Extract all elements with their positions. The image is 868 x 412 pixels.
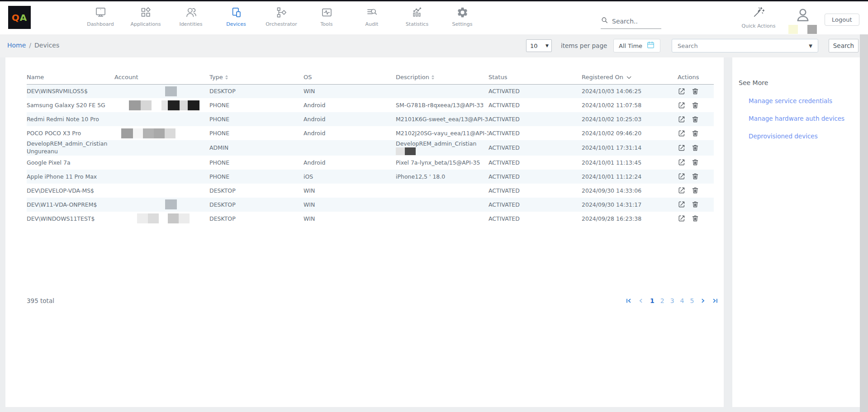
redacted-block <box>114 100 129 110</box>
page-number-1[interactable]: 1 <box>650 297 655 304</box>
scrollbar-track[interactable] <box>860 34 868 412</box>
time-filter-button[interactable]: All Time <box>613 39 660 52</box>
devices-table: NameAccountTypeOSDescriptionStatusRegist… <box>27 70 714 226</box>
nav-item-devices[interactable]: Devices <box>213 1 259 34</box>
delete-device-icon[interactable] <box>691 101 699 109</box>
redacted-block <box>137 213 148 223</box>
device-name: Redmi Redmi Note 10 Pro <box>27 112 114 126</box>
delete-device-icon[interactable] <box>691 144 699 152</box>
status-badge: ACTIVATED <box>489 84 582 98</box>
statistics-icon <box>411 6 423 19</box>
open-device-icon[interactable] <box>678 87 686 95</box>
table-row: Samsung Galaxy S20 FE 5GPHONEAndroidSM-G… <box>27 98 714 112</box>
device-type: DESKTOP <box>209 84 304 98</box>
device-description-text: Pixel 7a-lynx_beta/15@API-35 <box>396 159 489 166</box>
status-badge: ACTIVATED <box>489 156 582 170</box>
table-header: NameAccountTypeOSDescriptionStatusRegist… <box>27 70 714 84</box>
page-number-3[interactable]: 3 <box>670 297 674 304</box>
tools-icon <box>321 6 333 19</box>
items-per-page-select[interactable]: 10 ▼ <box>526 39 552 52</box>
page-number-5[interactable]: 5 <box>690 297 694 304</box>
nav-item-orchestrator[interactable]: Orchestrator <box>259 1 304 34</box>
open-device-icon[interactable] <box>678 172 686 180</box>
column-header-os: OS <box>304 70 396 84</box>
column-header-description[interactable]: Description <box>396 70 489 84</box>
row-actions <box>678 98 714 112</box>
see-more-link-3[interactable]: Deprovisioned devices <box>749 133 851 140</box>
next-page-icon[interactable] <box>700 298 706 304</box>
redacted-block <box>188 100 199 110</box>
see-more-panel: See More Manage service credentialsManag… <box>732 57 860 407</box>
logo-letter-q: Q <box>12 12 20 23</box>
status-badge: ACTIVATED <box>489 126 582 140</box>
search-filter-select[interactable]: Search ▼ <box>672 39 818 52</box>
column-header-registered-on[interactable]: Registered On <box>582 70 678 84</box>
user-avatar[interactable] <box>795 7 811 23</box>
page-number-2[interactable]: 2 <box>660 297 664 304</box>
registered-on: 2024/10/02 09:46:20 <box>582 126 678 140</box>
nav-item-applications[interactable]: Applications <box>123 1 168 34</box>
redacted-blocks <box>114 128 209 138</box>
table-row: DEV\W11-VDA-ONPREM$DESKTOPWINACTIVATED20… <box>27 198 714 212</box>
first-page-icon[interactable] <box>626 298 632 304</box>
logout-button[interactable]: Logout <box>825 14 859 26</box>
delete-device-icon[interactable] <box>691 186 699 194</box>
delete-device-icon[interactable] <box>691 115 699 123</box>
see-more-link-1[interactable]: Manage service credentials <box>749 97 851 104</box>
open-device-icon[interactable] <box>678 158 686 166</box>
device-os: iOS <box>304 170 396 184</box>
delete-device-icon[interactable] <box>691 172 699 180</box>
device-account <box>114 170 209 184</box>
delete-device-icon[interactable] <box>691 87 699 95</box>
nav-item-statistics[interactable]: Statistics <box>394 1 440 34</box>
search-button[interactable]: Search <box>829 39 859 52</box>
device-name-line2: Ungureanu <box>27 148 114 156</box>
nav-item-label: Statistics <box>406 21 428 27</box>
delete-device-icon[interactable] <box>691 129 699 137</box>
row-actions <box>678 170 714 184</box>
open-device-icon[interactable] <box>678 115 686 123</box>
device-type: DESKTOP <box>209 198 304 212</box>
redacted-block <box>148 213 159 223</box>
device-os: Android <box>304 126 396 140</box>
nav-item-audit[interactable]: Audit <box>349 1 394 34</box>
row-actions <box>678 112 714 126</box>
page-number-4[interactable]: 4 <box>680 297 684 304</box>
identities-icon <box>185 6 197 19</box>
previous-page-icon[interactable] <box>638 298 644 304</box>
column-header-type[interactable]: Type <box>209 70 304 84</box>
last-page-icon[interactable] <box>712 298 718 304</box>
nav-item-dashboard[interactable]: Dashboard <box>78 1 123 34</box>
quick-actions-button[interactable]: Quick Actions <box>740 6 777 29</box>
redacted-block <box>114 128 121 138</box>
redacted-block <box>143 128 154 138</box>
app-logo[interactable]: QA <box>8 6 31 29</box>
registered-on: 2024/09/28 16:23:38 <box>582 212 678 226</box>
open-device-icon[interactable] <box>678 214 686 223</box>
delete-device-icon[interactable] <box>691 200 699 208</box>
nav-item-tools[interactable]: Tools <box>304 1 349 34</box>
open-device-icon[interactable] <box>678 144 686 152</box>
redacted-block <box>114 86 165 96</box>
breadcrumb-home-link[interactable]: Home <box>7 42 26 49</box>
global-search-input[interactable] <box>612 18 657 25</box>
nav-item-identities[interactable]: Identities <box>168 1 213 34</box>
redacted-blocks <box>114 100 209 110</box>
device-account <box>114 184 209 198</box>
delete-device-icon[interactable] <box>691 214 699 223</box>
delete-device-icon[interactable] <box>691 158 699 166</box>
open-device-icon[interactable] <box>678 186 686 194</box>
redacted-block <box>159 213 168 223</box>
redacted-blocks <box>396 147 489 155</box>
redacted-block <box>179 213 190 223</box>
see-more-link-2[interactable]: Manage hardware auth devices <box>749 115 851 122</box>
device-description-text: M2102J20SG-vayu_eea/11@API-30 <box>396 130 489 137</box>
table-row: Google Pixel 7aPHONEAndroidPixel 7a-lynx… <box>27 156 714 170</box>
nav-item-settings[interactable]: Settings <box>440 1 485 34</box>
open-device-icon[interactable] <box>678 129 686 137</box>
column-label: Name <box>27 74 44 81</box>
device-type: DESKTOP <box>209 184 304 198</box>
open-device-icon[interactable] <box>678 101 686 109</box>
open-device-icon[interactable] <box>678 200 686 208</box>
device-os: WIN <box>304 198 396 212</box>
